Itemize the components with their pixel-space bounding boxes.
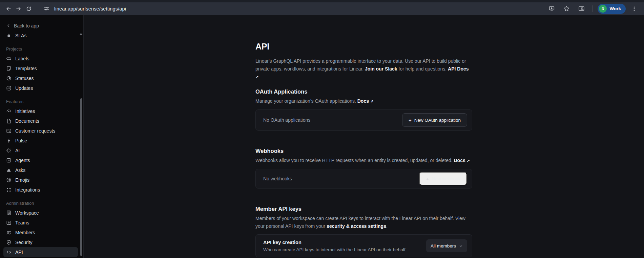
webhooks-docs-label: Docs — [454, 158, 465, 163]
period: . — [386, 223, 388, 229]
browser-profile-chip[interactable]: R Work — [598, 4, 626, 14]
reload-icon[interactable] — [24, 4, 34, 14]
sidebar-item-label: Updates — [15, 85, 33, 91]
member-api-keys-description: Members of your workspace can create API… — [255, 215, 472, 230]
integrations-icon — [6, 187, 12, 193]
api-key-creation-dropdown[interactable]: All members — [426, 239, 467, 252]
code-icon — [6, 250, 12, 255]
member-api-keys-section: Member API keys Members of your workspac… — [255, 206, 472, 258]
sidebar-item-label: Security — [15, 240, 33, 245]
pulse-icon — [6, 138, 12, 143]
sidebar-item-initiatives[interactable]: Initiatives — [3, 106, 78, 116]
oauth-desc-text: Manage your organization's OAuth applica… — [255, 98, 356, 104]
settings-content: API Linear's GraphQL API provides a prog… — [83, 15, 644, 258]
new-oauth-application-label: New OAuth application — [414, 118, 461, 123]
sidebar-section-title: Features — [3, 98, 78, 104]
webhooks-empty-text: No webhooks — [263, 176, 292, 181]
updates-icon — [6, 85, 12, 91]
intro-text-2: for help and questions. — [399, 66, 447, 72]
forward-icon[interactable] — [14, 4, 24, 14]
emoji-icon — [6, 177, 12, 183]
sidebar-item-api[interactable]: API — [3, 247, 78, 257]
sidebar-item-teams[interactable]: Teams — [3, 218, 78, 227]
plus-icon: + — [426, 176, 429, 182]
sidebar-item-labels[interactable]: Labels — [3, 54, 78, 63]
sidebar-item-workspace[interactable]: Workspace — [3, 208, 78, 218]
new-oauth-application-button[interactable]: + New OAuth application — [402, 113, 467, 127]
sidebar-item-label: AI — [15, 148, 20, 153]
template-icon — [6, 66, 12, 71]
sidebar-item-integrations[interactable]: Integrations — [3, 185, 78, 195]
label-icon — [6, 56, 12, 61]
webhooks-heading: Webhooks — [255, 148, 472, 154]
settings-sidebar: Back to app SLAsProjectsLabelsTemplatesS… — [0, 15, 83, 258]
sidebar-item-pulse[interactable]: Pulse — [3, 136, 78, 145]
oauth-empty-text: No OAuth applications — [263, 117, 310, 123]
sidebar-item-security[interactable]: Security — [3, 237, 78, 247]
sidebar-item-members[interactable]: Members — [3, 227, 78, 237]
security-access-settings-link[interactable]: security & access settings — [327, 223, 386, 229]
webhooks-description: Webhooks allow you to receive HTTP reque… — [255, 157, 472, 165]
chevron-left-icon — [6, 23, 11, 28]
install-app-icon[interactable] — [546, 4, 557, 14]
api-key-creation-text: API key creation Who can create API keys… — [263, 240, 405, 252]
site-settings-tune-icon[interactable] — [43, 5, 50, 13]
sidebar-item-label: Initiatives — [15, 108, 35, 114]
browser-toolbar: linear.app/surfsense/settings/api R Work — [0, 2, 644, 15]
sidebar-item-statuses[interactable]: Statuses — [3, 73, 78, 83]
oauth-applications-section: OAuth Applications Manage your organizat… — [255, 88, 472, 131]
webhooks-docs-link[interactable]: Docs ↗ — [454, 158, 470, 163]
linear-app: Back to app SLAsProjectsLabelsTemplatesS… — [0, 15, 644, 258]
chevron-down-icon — [459, 244, 463, 248]
shield-icon — [6, 240, 12, 245]
sidebar-item-label: API — [15, 250, 23, 255]
sidebar-item-slas[interactable]: SLAs — [3, 31, 78, 40]
oauth-docs-label: Docs — [357, 98, 369, 104]
api-docs-label: API Docs — [448, 66, 469, 72]
sidebar-item-documents[interactable]: Documents — [3, 116, 78, 126]
api-key-creation-title: API key creation — [263, 240, 405, 245]
webhooks-empty-card: No webhooks + New webhook — [255, 169, 472, 188]
join-slack-link[interactable]: Join our Slack — [365, 66, 397, 72]
back-icon[interactable] — [3, 4, 14, 14]
webhooks-section: Webhooks Webhooks allow you to receive H… — [255, 148, 472, 188]
sidebar-item-customer-requests[interactable]: Customer requests — [3, 126, 78, 136]
sidebar-item-label: Templates — [15, 66, 37, 71]
dropdown-value: All members — [431, 243, 456, 249]
sidebar-item-emojis[interactable]: Emojis — [3, 175, 78, 185]
api-key-creation-card: API key creation Who can create API keys… — [255, 234, 472, 257]
asks-icon — [6, 167, 12, 173]
sidebar-item-label: Members — [15, 230, 35, 235]
sidebar-item-label: Documents — [15, 118, 39, 124]
sidebar-item-updates[interactable]: Updates — [3, 83, 78, 93]
sidebar-nav: SLAsProjectsLabelsTemplatesStatusesUpdat… — [3, 31, 78, 257]
bookmark-star-icon[interactable] — [561, 4, 572, 14]
customer-requests-icon — [6, 128, 12, 134]
sidebar-item-asks[interactable]: Asks — [3, 165, 78, 175]
building-icon — [6, 210, 12, 216]
toolbar-right: R Work — [545, 4, 641, 14]
new-webhook-label: New webhook — [432, 176, 460, 181]
sidebar-section-title: Projects — [3, 46, 78, 52]
back-to-app-button[interactable]: Back to app — [3, 21, 78, 31]
address-bar[interactable]: linear.app/surfsense/settings/api — [39, 4, 129, 14]
oauth-heading: OAuth Applications — [255, 88, 472, 95]
sidebar-item-templates[interactable]: Templates — [3, 63, 78, 73]
page-title: API — [255, 42, 472, 52]
sidebar-item-label: Statuses — [15, 76, 34, 81]
sidebar-item-label: Asks — [15, 167, 25, 173]
sidebar-scroll-up-indicator — [80, 33, 82, 35]
browser-chrome: linear.app/surfsense/settings/api R Work — [0, 0, 644, 15]
sidebar-item-agents[interactable]: Agents — [3, 155, 78, 165]
sidebar-item-ai[interactable]: AI — [3, 145, 78, 155]
sidebar-scrollbar-thumb[interactable] — [80, 98, 82, 256]
oauth-docs-link[interactable]: Docs ↗ — [357, 98, 373, 104]
external-link-arrow-icon: ↗ — [467, 159, 470, 163]
oauth-empty-card: No OAuth applications + New OAuth applic… — [255, 110, 472, 131]
back-to-app-label: Back to app — [14, 23, 39, 28]
search-tabs-icon[interactable] — [576, 4, 586, 14]
kebab-menu-icon[interactable] — [629, 4, 639, 14]
initiative-icon — [6, 108, 12, 114]
flame-icon — [6, 33, 12, 38]
new-webhook-button[interactable]: + New webhook — [419, 172, 467, 185]
